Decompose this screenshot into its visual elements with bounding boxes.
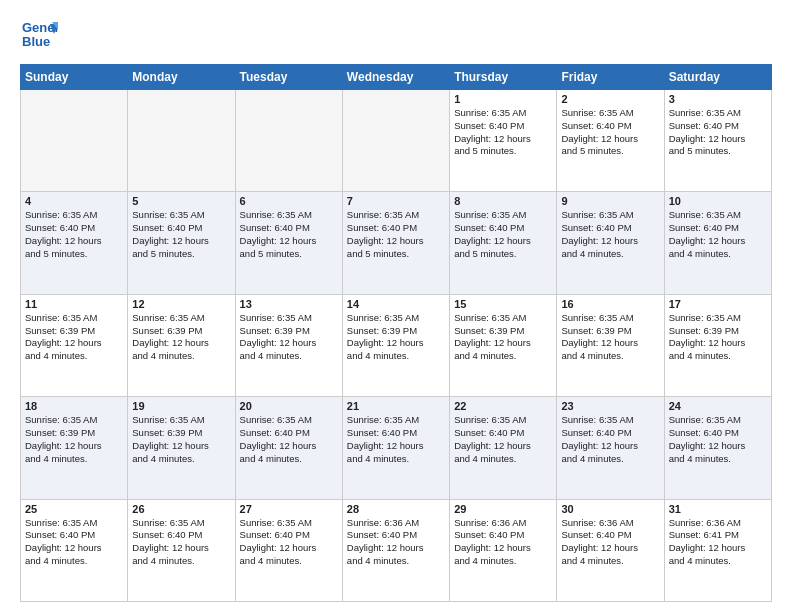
day-info: Sunrise: 6:35 AM Sunset: 6:39 PM Dayligh… bbox=[561, 312, 659, 363]
logo-icon: General Blue bbox=[20, 16, 58, 54]
day-number: 26 bbox=[132, 503, 230, 515]
calendar-cell: 19Sunrise: 6:35 AM Sunset: 6:39 PM Dayli… bbox=[128, 397, 235, 499]
day-number: 14 bbox=[347, 298, 445, 310]
calendar-cell: 18Sunrise: 6:35 AM Sunset: 6:39 PM Dayli… bbox=[21, 397, 128, 499]
day-number: 27 bbox=[240, 503, 338, 515]
calendar-cell: 8Sunrise: 6:35 AM Sunset: 6:40 PM Daylig… bbox=[450, 192, 557, 294]
day-info: Sunrise: 6:35 AM Sunset: 6:39 PM Dayligh… bbox=[25, 312, 123, 363]
calendar-cell: 10Sunrise: 6:35 AM Sunset: 6:40 PM Dayli… bbox=[664, 192, 771, 294]
day-number: 11 bbox=[25, 298, 123, 310]
calendar-cell: 16Sunrise: 6:35 AM Sunset: 6:39 PM Dayli… bbox=[557, 294, 664, 396]
calendar-cell: 6Sunrise: 6:35 AM Sunset: 6:40 PM Daylig… bbox=[235, 192, 342, 294]
day-number: 22 bbox=[454, 400, 552, 412]
day-number: 24 bbox=[669, 400, 767, 412]
day-number: 3 bbox=[669, 93, 767, 105]
day-info: Sunrise: 6:35 AM Sunset: 6:40 PM Dayligh… bbox=[669, 107, 767, 158]
page: General Blue SundayMondayTuesdayWednesda… bbox=[0, 0, 792, 612]
day-info: Sunrise: 6:35 AM Sunset: 6:40 PM Dayligh… bbox=[25, 517, 123, 568]
calendar-cell: 2Sunrise: 6:35 AM Sunset: 6:40 PM Daylig… bbox=[557, 90, 664, 192]
day-info: Sunrise: 6:35 AM Sunset: 6:39 PM Dayligh… bbox=[132, 312, 230, 363]
calendar-cell: 26Sunrise: 6:35 AM Sunset: 6:40 PM Dayli… bbox=[128, 499, 235, 601]
header: General Blue bbox=[20, 16, 772, 54]
calendar-cell: 4Sunrise: 6:35 AM Sunset: 6:40 PM Daylig… bbox=[21, 192, 128, 294]
calendar-cell: 21Sunrise: 6:35 AM Sunset: 6:40 PM Dayli… bbox=[342, 397, 449, 499]
day-info: Sunrise: 6:35 AM Sunset: 6:40 PM Dayligh… bbox=[347, 209, 445, 260]
day-number: 28 bbox=[347, 503, 445, 515]
day-info: Sunrise: 6:36 AM Sunset: 6:40 PM Dayligh… bbox=[561, 517, 659, 568]
calendar-cell: 17Sunrise: 6:35 AM Sunset: 6:39 PM Dayli… bbox=[664, 294, 771, 396]
day-number: 30 bbox=[561, 503, 659, 515]
calendar-cell: 5Sunrise: 6:35 AM Sunset: 6:40 PM Daylig… bbox=[128, 192, 235, 294]
day-info: Sunrise: 6:35 AM Sunset: 6:40 PM Dayligh… bbox=[669, 414, 767, 465]
day-info: Sunrise: 6:35 AM Sunset: 6:39 PM Dayligh… bbox=[25, 414, 123, 465]
day-info: Sunrise: 6:35 AM Sunset: 6:39 PM Dayligh… bbox=[240, 312, 338, 363]
day-number: 5 bbox=[132, 195, 230, 207]
calendar-cell: 24Sunrise: 6:35 AM Sunset: 6:40 PM Dayli… bbox=[664, 397, 771, 499]
day-info: Sunrise: 6:35 AM Sunset: 6:40 PM Dayligh… bbox=[454, 107, 552, 158]
calendar-cell: 23Sunrise: 6:35 AM Sunset: 6:40 PM Dayli… bbox=[557, 397, 664, 499]
weekday-header: Sunday bbox=[21, 65, 128, 90]
calendar-table: SundayMondayTuesdayWednesdayThursdayFrid… bbox=[20, 64, 772, 602]
weekday-header: Friday bbox=[557, 65, 664, 90]
day-number: 25 bbox=[25, 503, 123, 515]
day-number: 13 bbox=[240, 298, 338, 310]
calendar-cell: 30Sunrise: 6:36 AM Sunset: 6:40 PM Dayli… bbox=[557, 499, 664, 601]
calendar-cell: 29Sunrise: 6:36 AM Sunset: 6:40 PM Dayli… bbox=[450, 499, 557, 601]
day-number: 20 bbox=[240, 400, 338, 412]
day-number: 15 bbox=[454, 298, 552, 310]
day-number: 9 bbox=[561, 195, 659, 207]
day-number: 31 bbox=[669, 503, 767, 515]
weekday-header: Thursday bbox=[450, 65, 557, 90]
calendar-cell: 11Sunrise: 6:35 AM Sunset: 6:39 PM Dayli… bbox=[21, 294, 128, 396]
day-number: 10 bbox=[669, 195, 767, 207]
day-info: Sunrise: 6:35 AM Sunset: 6:40 PM Dayligh… bbox=[240, 414, 338, 465]
day-info: Sunrise: 6:35 AM Sunset: 6:39 PM Dayligh… bbox=[132, 414, 230, 465]
day-number: 12 bbox=[132, 298, 230, 310]
day-number: 21 bbox=[347, 400, 445, 412]
weekday-header: Tuesday bbox=[235, 65, 342, 90]
day-info: Sunrise: 6:35 AM Sunset: 6:40 PM Dayligh… bbox=[240, 517, 338, 568]
day-info: Sunrise: 6:35 AM Sunset: 6:40 PM Dayligh… bbox=[561, 414, 659, 465]
day-number: 16 bbox=[561, 298, 659, 310]
day-info: Sunrise: 6:35 AM Sunset: 6:39 PM Dayligh… bbox=[454, 312, 552, 363]
day-info: Sunrise: 6:35 AM Sunset: 6:40 PM Dayligh… bbox=[240, 209, 338, 260]
day-number: 2 bbox=[561, 93, 659, 105]
day-number: 19 bbox=[132, 400, 230, 412]
day-info: Sunrise: 6:36 AM Sunset: 6:41 PM Dayligh… bbox=[669, 517, 767, 568]
calendar-cell: 14Sunrise: 6:35 AM Sunset: 6:39 PM Dayli… bbox=[342, 294, 449, 396]
day-number: 6 bbox=[240, 195, 338, 207]
calendar-cell: 28Sunrise: 6:36 AM Sunset: 6:40 PM Dayli… bbox=[342, 499, 449, 601]
day-info: Sunrise: 6:36 AM Sunset: 6:40 PM Dayligh… bbox=[347, 517, 445, 568]
calendar-cell: 25Sunrise: 6:35 AM Sunset: 6:40 PM Dayli… bbox=[21, 499, 128, 601]
calendar-week-row: 4Sunrise: 6:35 AM Sunset: 6:40 PM Daylig… bbox=[21, 192, 772, 294]
day-number: 1 bbox=[454, 93, 552, 105]
calendar-cell: 22Sunrise: 6:35 AM Sunset: 6:40 PM Dayli… bbox=[450, 397, 557, 499]
logo: General Blue bbox=[20, 16, 58, 54]
calendar-cell bbox=[235, 90, 342, 192]
day-info: Sunrise: 6:35 AM Sunset: 6:40 PM Dayligh… bbox=[25, 209, 123, 260]
calendar-cell: 3Sunrise: 6:35 AM Sunset: 6:40 PM Daylig… bbox=[664, 90, 771, 192]
calendar-cell: 27Sunrise: 6:35 AM Sunset: 6:40 PM Dayli… bbox=[235, 499, 342, 601]
calendar-cell: 9Sunrise: 6:35 AM Sunset: 6:40 PM Daylig… bbox=[557, 192, 664, 294]
day-info: Sunrise: 6:35 AM Sunset: 6:40 PM Dayligh… bbox=[132, 209, 230, 260]
day-info: Sunrise: 6:36 AM Sunset: 6:40 PM Dayligh… bbox=[454, 517, 552, 568]
day-info: Sunrise: 6:35 AM Sunset: 6:39 PM Dayligh… bbox=[347, 312, 445, 363]
day-number: 4 bbox=[25, 195, 123, 207]
day-number: 18 bbox=[25, 400, 123, 412]
calendar-cell: 20Sunrise: 6:35 AM Sunset: 6:40 PM Dayli… bbox=[235, 397, 342, 499]
weekday-header: Monday bbox=[128, 65, 235, 90]
day-info: Sunrise: 6:35 AM Sunset: 6:40 PM Dayligh… bbox=[561, 209, 659, 260]
calendar-cell: 12Sunrise: 6:35 AM Sunset: 6:39 PM Dayli… bbox=[128, 294, 235, 396]
calendar-week-row: 1Sunrise: 6:35 AM Sunset: 6:40 PM Daylig… bbox=[21, 90, 772, 192]
day-number: 7 bbox=[347, 195, 445, 207]
calendar-header-row: SundayMondayTuesdayWednesdayThursdayFrid… bbox=[21, 65, 772, 90]
calendar-cell: 31Sunrise: 6:36 AM Sunset: 6:41 PM Dayli… bbox=[664, 499, 771, 601]
day-number: 23 bbox=[561, 400, 659, 412]
weekday-header: Saturday bbox=[664, 65, 771, 90]
calendar-cell bbox=[21, 90, 128, 192]
day-number: 17 bbox=[669, 298, 767, 310]
svg-text:Blue: Blue bbox=[22, 34, 50, 49]
calendar-cell bbox=[342, 90, 449, 192]
calendar-cell bbox=[128, 90, 235, 192]
calendar-week-row: 25Sunrise: 6:35 AM Sunset: 6:40 PM Dayli… bbox=[21, 499, 772, 601]
